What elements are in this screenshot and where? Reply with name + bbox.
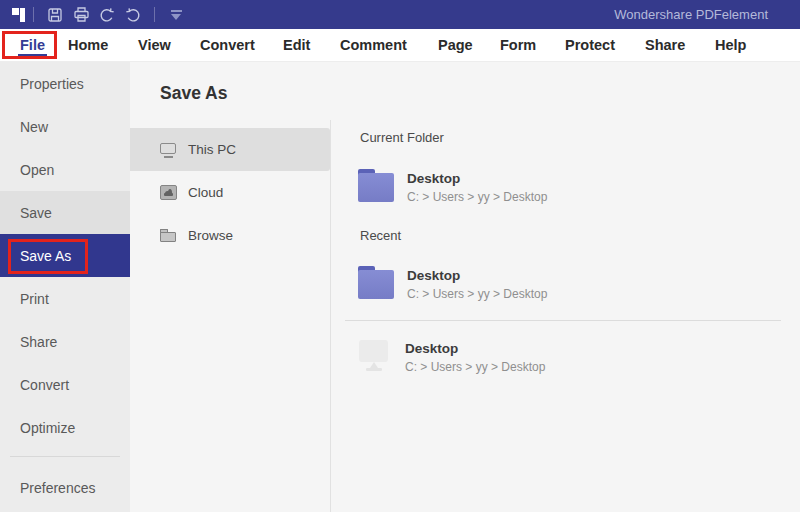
- tab-file[interactable]: File: [20, 29, 45, 61]
- save-as-panel: Save As This PC Cloud Browse: [130, 62, 330, 512]
- destination-label: Cloud: [188, 185, 223, 200]
- destination-browse[interactable]: Browse: [130, 214, 330, 257]
- cloud-icon: [160, 185, 177, 200]
- tab-share[interactable]: Share: [645, 29, 685, 61]
- tab-comment[interactable]: Comment: [340, 29, 407, 61]
- folder-path: C: > Users > yy > Desktop: [407, 190, 547, 204]
- folder-icon: [358, 169, 394, 202]
- sidebar-item-save-as[interactable]: Save As: [0, 234, 130, 277]
- destination-label: Browse: [188, 228, 233, 243]
- undo-icon[interactable]: [97, 5, 117, 25]
- sidebar-item-convert[interactable]: Convert: [0, 363, 130, 406]
- tab-form[interactable]: Form: [500, 29, 536, 61]
- sidebar-item-properties[interactable]: Properties: [0, 62, 130, 105]
- folder-list: Current Folder Desktop C: > Users > yy >…: [331, 62, 800, 512]
- tab-page[interactable]: Page: [438, 29, 473, 61]
- customize-toolbar-dropdown-icon[interactable]: [166, 5, 186, 25]
- destination-cloud[interactable]: Cloud: [130, 171, 330, 214]
- section-label-recent: Recent: [360, 228, 401, 243]
- desktop-item-recent[interactable]: Desktop C: > Users > yy > Desktop: [358, 339, 545, 374]
- sidebar-item-save[interactable]: Save: [0, 191, 130, 234]
- menu-bar: File Home View Convert Edit Comment Page…: [0, 29, 800, 62]
- sidebar-divider: [10, 456, 120, 457]
- desktop-computer-icon: [358, 339, 392, 372]
- folder-name: Desktop: [407, 268, 547, 283]
- folder-name: Desktop: [407, 171, 547, 186]
- page-title: Save As: [130, 62, 330, 128]
- folder-icon: [160, 229, 177, 243]
- destination-this-pc[interactable]: This PC: [130, 128, 330, 171]
- save-icon[interactable]: [45, 5, 65, 25]
- section-label-current-folder: Current Folder: [360, 130, 444, 145]
- folder-path: C: > Users > yy > Desktop: [405, 360, 545, 374]
- sidebar-item-optimize[interactable]: Optimize: [0, 406, 130, 449]
- tab-convert[interactable]: Convert: [200, 29, 255, 61]
- toolbar-separator: [154, 7, 155, 22]
- computer-icon: [160, 142, 177, 158]
- tab-help[interactable]: Help: [715, 29, 746, 61]
- folder-item-recent-desktop[interactable]: Desktop C: > Users > yy > Desktop: [358, 266, 547, 301]
- app-logo-icon: [12, 8, 25, 22]
- folder-path: C: > Users > yy > Desktop: [407, 287, 547, 301]
- sidebar-item-open[interactable]: Open: [0, 148, 130, 191]
- folder-name: Desktop: [405, 341, 545, 356]
- tab-protect[interactable]: Protect: [565, 29, 615, 61]
- recent-list-divider: [345, 320, 781, 321]
- sidebar-item-share[interactable]: Share: [0, 320, 130, 363]
- tab-edit[interactable]: Edit: [283, 29, 310, 61]
- sidebar-item-preferences[interactable]: Preferences: [0, 466, 130, 509]
- toolbar-separator: [33, 7, 34, 22]
- app-title: Wondershare PDFelement: [614, 7, 768, 22]
- sidebar-item-print[interactable]: Print: [0, 277, 130, 320]
- redo-icon[interactable]: [123, 5, 143, 25]
- title-bar: Wondershare PDFelement: [0, 0, 800, 29]
- print-icon[interactable]: [71, 5, 91, 25]
- file-menu-sidebar: Properties New Open Save Save As Print S…: [0, 62, 130, 512]
- tab-home[interactable]: Home: [68, 29, 108, 61]
- tab-view[interactable]: View: [138, 29, 171, 61]
- sidebar-item-new[interactable]: New: [0, 105, 130, 148]
- destination-label: This PC: [188, 142, 236, 157]
- folder-item-current-desktop[interactable]: Desktop C: > Users > yy > Desktop: [358, 169, 547, 204]
- folder-icon: [358, 266, 394, 299]
